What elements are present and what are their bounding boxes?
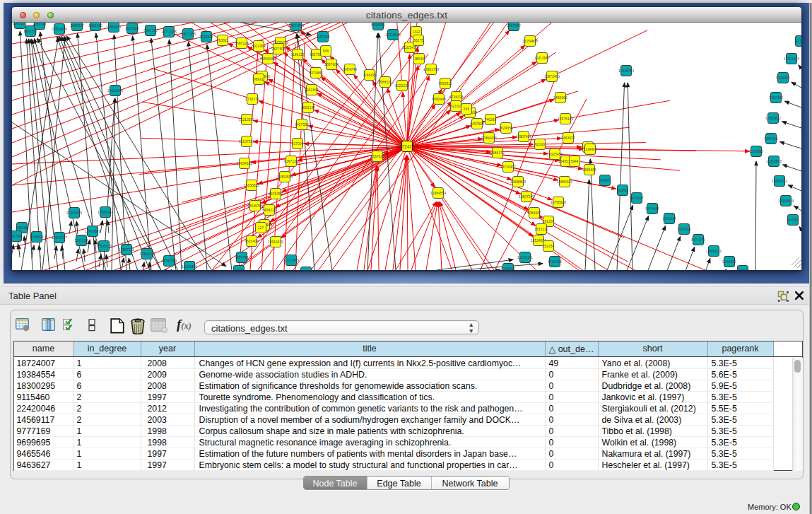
svg-text:36275: 36275	[413, 38, 423, 42]
svg-text:17957225: 17957225	[119, 247, 134, 252]
svg-text:16961758: 16961758	[423, 67, 439, 71]
svg-text:5498222: 5498222	[262, 208, 276, 212]
svg-text:10671355: 10671355	[180, 32, 196, 36]
svg-text:19218506: 19218506	[385, 33, 401, 37]
svg-text:19654923: 19654923	[557, 180, 572, 184]
svg-text:10958107: 10958107	[139, 252, 155, 256]
svg-text:10654112: 10654112	[706, 249, 722, 253]
svg-text:10807487: 10807487	[516, 134, 531, 139]
svg-text:16543362: 16543362	[260, 57, 276, 61]
svg-text:12213967: 12213967	[534, 56, 550, 60]
svg-text:10973493: 10973493	[544, 74, 560, 78]
svg-text:1244415: 1244415	[764, 136, 778, 141]
svg-text:1156829: 1156829	[30, 235, 43, 239]
svg-text:16210643: 16210643	[766, 159, 782, 163]
svg-text:8186328: 8186328	[290, 52, 305, 57]
svg-text:8215958: 8215958	[749, 149, 763, 153]
svg-text:18640: 18640	[414, 57, 424, 61]
svg-text:15716485: 15716485	[283, 258, 299, 262]
svg-text:19384554: 19384554	[430, 191, 446, 195]
svg-text:6794028: 6794028	[449, 95, 464, 99]
svg-text:15353594: 15353594	[277, 175, 293, 179]
svg-text:962450: 962450	[233, 269, 245, 270]
svg-text:19166825: 19166825	[244, 183, 259, 187]
svg-text:9245652: 9245652	[722, 259, 736, 264]
svg-text:7632621: 7632621	[677, 227, 691, 231]
svg-text:18724007: 18724007	[396, 144, 418, 149]
svg-text:2935114: 2935114	[662, 216, 676, 221]
svg-text:1905572: 1905572	[13, 23, 27, 25]
svg-text:7625402: 7625402	[245, 239, 259, 243]
svg-text:17859924: 17859924	[98, 210, 113, 214]
svg-text:8215660: 8215660	[501, 267, 515, 270]
svg-text:17016504: 17016504	[778, 199, 794, 203]
svg-text:2069141: 2069141	[33, 23, 47, 26]
svg-text:9463627: 9463627	[561, 136, 575, 140]
svg-text:1527602: 1527602	[125, 26, 139, 30]
svg-text:10719155: 10719155	[161, 30, 177, 34]
svg-text:9084067: 9084067	[527, 211, 541, 215]
svg-text:763822: 763822	[217, 38, 229, 42]
svg-text:2867608: 2867608	[324, 62, 339, 66]
svg-text:127: 127	[258, 226, 264, 230]
svg-text:1145154: 1145154	[74, 238, 88, 243]
svg-text:15692971: 15692971	[772, 179, 787, 183]
svg-text:1615112: 1615112	[534, 227, 548, 231]
svg-text:1733426: 1733426	[548, 259, 562, 264]
svg-text:98961: 98961	[254, 77, 264, 81]
svg-text:835061: 835061	[16, 226, 28, 230]
svg-text:15720407: 15720407	[500, 165, 516, 169]
svg-text:12923406: 12923406	[182, 264, 197, 269]
svg-text:2687682: 2687682	[507, 23, 521, 28]
svg-text:19756928: 19756928	[551, 200, 566, 204]
svg-text:417006: 417006	[292, 141, 304, 146]
svg-text:1117404: 1117404	[794, 39, 801, 43]
svg-text:9146821: 9146821	[363, 73, 377, 77]
svg-text:16154808: 16154808	[522, 39, 538, 43]
svg-text:9827503: 9827503	[271, 47, 286, 51]
svg-text:7485063: 7485063	[553, 95, 567, 100]
svg-text:20206575: 20206575	[66, 211, 82, 215]
svg-text:12942787: 12942787	[52, 235, 67, 240]
svg-text:2803144: 2803144	[301, 105, 315, 110]
svg-text:8990448: 8990448	[432, 97, 446, 101]
svg-text:8322037: 8322037	[395, 83, 409, 88]
svg-text:245: 245	[464, 107, 470, 111]
svg-text:16782759: 16782759	[161, 259, 177, 263]
svg-text:1322: 1322	[412, 30, 420, 34]
svg-text:1530025: 1530025	[370, 154, 384, 158]
svg-text:16033809: 16033809	[288, 23, 304, 28]
svg-text:12213389: 12213389	[239, 117, 254, 122]
svg-text:8813054: 8813054	[371, 23, 385, 27]
svg-text:746266: 746266	[485, 117, 497, 122]
svg-text:20364436: 20364436	[481, 136, 497, 140]
svg-text:7515526: 7515526	[199, 35, 213, 39]
svg-text:6479197: 6479197	[630, 196, 644, 200]
svg-text:16107553: 16107553	[239, 139, 254, 144]
svg-text:29053346: 29053346	[107, 88, 123, 93]
svg-text:924565: 924565	[737, 269, 749, 270]
svg-text:6466160: 6466160	[143, 28, 158, 33]
svg-text:8427552: 8427552	[295, 122, 309, 127]
svg-text:6497568: 6497568	[470, 122, 484, 126]
svg-text:10653267: 10653267	[106, 25, 122, 29]
svg-text:893892: 893892	[617, 188, 629, 192]
svg-text:7386372: 7386372	[490, 151, 505, 155]
svg-text:9129966: 9129966	[776, 76, 790, 80]
svg-text:1588520: 1588520	[378, 80, 392, 84]
svg-text:9899695: 9899695	[582, 168, 596, 172]
svg-text:2718176: 2718176	[245, 97, 259, 101]
svg-text:12505135: 12505135	[96, 244, 112, 248]
svg-text:10688609: 10688609	[510, 180, 526, 184]
svg-text:18807249: 18807249	[519, 194, 534, 199]
svg-text:15751074: 15751074	[784, 57, 799, 61]
svg-text:3373685: 3373685	[309, 71, 323, 75]
svg-text:10025458: 10025458	[547, 152, 563, 156]
svg-text:9474444: 9474444	[645, 206, 659, 211]
svg-text:20691406: 20691406	[52, 27, 67, 31]
svg-text:1065327: 1065327	[70, 23, 84, 28]
svg-text:8678352: 8678352	[269, 192, 283, 196]
svg-text:15136141: 15136141	[517, 255, 533, 259]
svg-text:7955812: 7955812	[438, 81, 452, 86]
svg-text:9657791: 9657791	[235, 255, 249, 259]
